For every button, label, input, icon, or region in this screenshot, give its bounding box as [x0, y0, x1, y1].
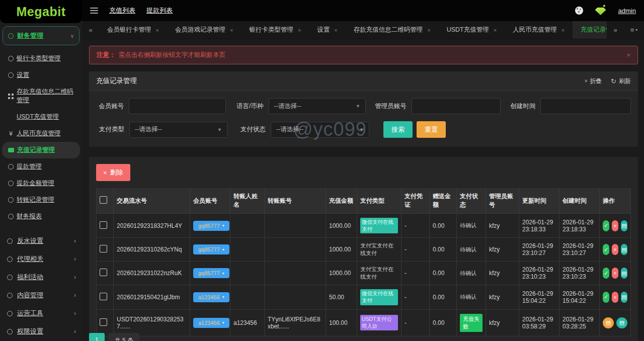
reject-button[interactable]: × [612, 220, 618, 231]
delete-button[interactable]: × 删除 [96, 164, 130, 181]
approve-button[interactable]: ✓ [603, 268, 609, 279]
amount-cell: 100.00 [326, 309, 357, 336]
tab-close-icon[interactable]: × [334, 27, 337, 33]
updated-cell: 2026-01-29 23:10:27 [519, 238, 559, 262]
topnav-link-recharge-list[interactable]: 充值列表 [109, 6, 135, 15]
reject-button[interactable]: × [612, 244, 618, 255]
sidebar-group-finance[interactable]: 财务管理 ∨ [3, 26, 79, 45]
language-currency-select[interactable]: --请选择-- ▼ [269, 98, 366, 114]
approve-button[interactable]: ✓ [603, 292, 609, 303]
tab-close-icon[interactable]: × [298, 27, 301, 33]
pay-type-value: --请选择-- [135, 125, 162, 134]
sidebar-item-link[interactable]: 提款金额管理 [0, 175, 82, 192]
tab-item[interactable]: 会员游戏记录管理× [167, 21, 241, 39]
sidebar-item-active[interactable]: 充值记录管理 [2, 142, 80, 158]
pagination-current-page[interactable]: 1 [89, 333, 105, 341]
member-account-input[interactable] [129, 98, 225, 114]
main-area: 充值列表 提款列表 ✦ admin « 会员银行卡管理×会员游戏记录管理×银行卡… [82, 0, 644, 341]
sidebar-item-link[interactable]: 转账记录管理 [0, 192, 82, 208]
payer-cell [230, 238, 265, 262]
tab-item[interactable]: 银行卡类型管理× [241, 21, 309, 39]
tab-item[interactable]: 人民币充值管理× [505, 21, 573, 39]
created-time-input[interactable] [540, 98, 631, 114]
tab-item[interactable]: USDT充值管理× [439, 21, 505, 39]
admin-cell: kfzy [486, 262, 519, 285]
tab-close-icon[interactable]: × [230, 27, 233, 33]
refresh-button[interactable]: ↻ 刷新 [611, 77, 631, 86]
sidebar-item-link[interactable]: USDT充值管理 [0, 109, 82, 125]
sidebar-item-label: 存款充值信息二维码管理 [17, 88, 77, 105]
tab-item[interactable]: 存款充值信息二维码管理× [346, 21, 439, 39]
pay-status-select[interactable]: --请选择-- ▼ [271, 122, 369, 138]
sidebar-item-link[interactable]: 财务报表 [0, 208, 82, 225]
sidebar-item-link[interactable]: 银行卡类型管理 [0, 50, 82, 67]
member-account-button[interactable]: a123456▾ [193, 318, 229, 328]
tab-close-icon[interactable]: × [561, 27, 565, 33]
detail-button[interactable]: ▤ [621, 292, 627, 303]
admin-menu[interactable]: admin [618, 7, 636, 15]
tab-active[interactable]: 充值记录管理× [573, 21, 607, 39]
search-button[interactable]: 搜索 [383, 121, 413, 138]
sidebar-group-item[interactable]: 反水设置› [0, 232, 82, 250]
sidebar-group-item[interactable]: 代理相关› [0, 250, 82, 268]
row-checkbox[interactable] [100, 269, 107, 276]
tabs-scroll-right-icon[interactable]: » [607, 21, 624, 39]
sidebar-group-item[interactable]: 运营工具› [0, 304, 82, 322]
notice-bar: 注意： 需点击右侧刷新按钮文字才能刷新本页 × [89, 46, 638, 64]
tab-close-icon[interactable]: × [427, 27, 430, 33]
member-account-button[interactable]: gq85777▾ [193, 221, 229, 231]
sidebar-group-item[interactable]: 权限设置› [0, 322, 82, 340]
row-checkbox[interactable] [100, 221, 107, 229]
bonus-cell: 0.00 [430, 285, 457, 309]
tab-close-icon[interactable]: × [494, 27, 497, 33]
status-cell: 待确认 [457, 285, 486, 309]
sidebar-item-link[interactable]: 设置 [0, 67, 82, 83]
status-cell: 待确认 [457, 238, 486, 262]
row-checkbox[interactable] [100, 318, 107, 326]
tab-item[interactable]: 设置× [309, 21, 345, 39]
tab-label: 设置 [317, 26, 330, 34]
collapse-button[interactable]: « 折叠 [584, 77, 602, 86]
updated-cell: 2026-01-29 23:18:33 [519, 214, 559, 238]
sidebar-item-link[interactable]: ¥人民币充值管理 [0, 125, 82, 142]
table-body: 202601292318327HL4Ygq85777▾1000.00微信支付在线… [97, 214, 631, 336]
sidebar-item-link[interactable]: 存款充值信息二维码管理 [0, 83, 82, 109]
detail-button[interactable]: ▤ [621, 244, 627, 255]
reset-button[interactable]: 重置 [417, 121, 446, 138]
admin-account-input[interactable] [412, 98, 501, 114]
row-checkbox[interactable] [100, 245, 107, 252]
sidebar-group-label: 反水设置 [17, 236, 69, 245]
status-cell: 待确认 [457, 214, 486, 238]
sidebar-item-link[interactable]: 提款管理 [0, 158, 82, 175]
topnav-link-withdraw-list[interactable]: 提款列表 [146, 6, 173, 15]
approve-button[interactable]: ✓ [603, 220, 609, 231]
member-account-button[interactable]: gq85777▾ [193, 268, 229, 278]
reject-button[interactable]: × [612, 292, 618, 303]
tabs-menu-icon[interactable]: ≡▾ [624, 21, 644, 39]
theme-palette-icon[interactable] [575, 7, 583, 15]
gem-avatar-icon[interactable]: ✦ [594, 5, 607, 16]
member-account-button[interactable]: a123456▾ [193, 292, 229, 302]
row-checkbox[interactable] [100, 293, 107, 300]
detail-button[interactable]: ▤ [616, 317, 627, 328]
notice-close-icon[interactable]: × [626, 51, 630, 59]
ops-cell: ✓×▤ [600, 262, 631, 285]
pay-type-select[interactable]: --请选择-- ▼ [129, 122, 227, 138]
pay-type-label: 支付类型 [96, 125, 129, 134]
detail-button[interactable]: ▤ [621, 220, 627, 231]
table-row: 20260129150421glJbma123456▾50.00微信支付在线支付… [97, 285, 631, 309]
approve-button[interactable]: ✓ [603, 244, 609, 255]
detail-button[interactable]: ▤ [621, 268, 627, 279]
tabs-scroll-left-icon[interactable]: « [82, 21, 99, 39]
sidebar-group-item[interactable]: 福利活动› [0, 268, 82, 286]
tab-close-icon[interactable]: × [156, 27, 159, 33]
reject-button[interactable]: × [612, 268, 618, 279]
select-all-checkbox[interactable] [100, 196, 107, 204]
hamburger-icon[interactable] [90, 8, 98, 14]
paytype-cell: 微信支付在线支付 [357, 285, 401, 309]
member-account-button[interactable]: gq85777▾ [193, 244, 229, 254]
sidebar-group-item[interactable]: 内容管理› [0, 286, 82, 304]
paytype-cell: 支付宝支付在线支付 [357, 262, 401, 285]
supplement-button[interactable]: ▤ [603, 317, 614, 328]
tab-item[interactable]: 会员银行卡管理× [99, 21, 167, 39]
